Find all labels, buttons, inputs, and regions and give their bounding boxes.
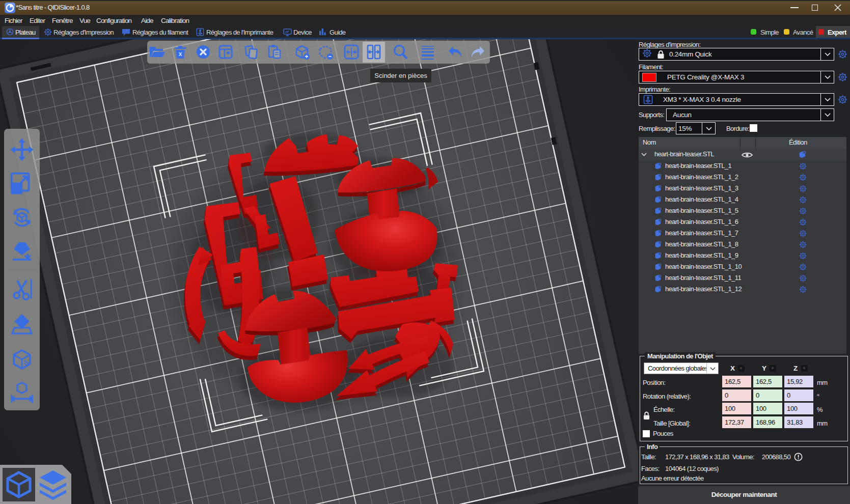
svg-text:x: x [179, 50, 182, 58]
svg-text:Scinder en pièces: Scinder en pièces [374, 72, 427, 79]
